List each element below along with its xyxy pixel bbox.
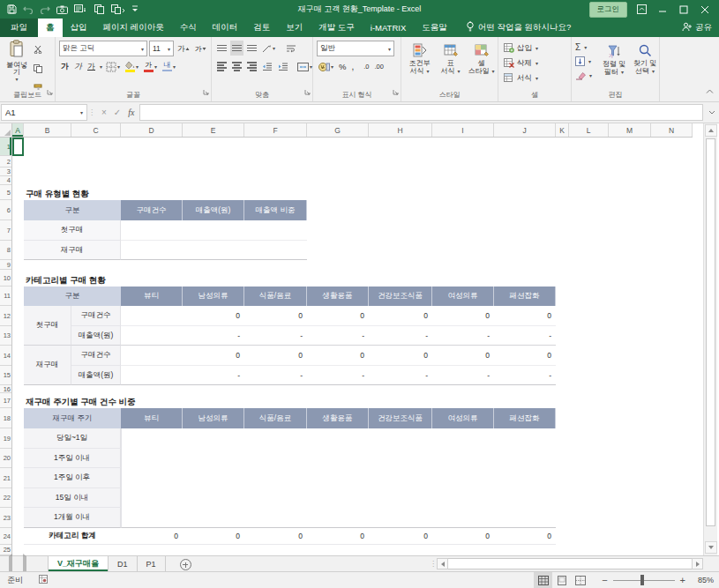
table2-cell[interactable]: 0 xyxy=(244,346,307,366)
table3-data-region[interactable] xyxy=(121,428,556,528)
table3-total-cell[interactable]: 0 xyxy=(369,528,432,545)
row-header-10[interactable]: 10 xyxy=(0,270,11,287)
sort-filter-button[interactable]: 가 정렬 및필터 ▾ xyxy=(598,40,630,91)
table2-header-cell[interactable]: 남성의류 xyxy=(183,287,244,306)
table2-cell[interactable]: 0 xyxy=(432,306,494,326)
cells-area[interactable]: 구매 유형별 현황구분구매건수매출액(원)매출액 비중첫구매재구매카테고리별 구… xyxy=(12,138,693,555)
close-button[interactable] xyxy=(696,2,714,17)
ribbon-tab-6[interactable]: 검토 xyxy=(245,19,278,37)
comma-style-button[interactable]: , xyxy=(349,59,356,74)
row-header-8[interactable]: 8 xyxy=(0,241,11,260)
column-header-B[interactable]: B xyxy=(24,123,71,137)
table2-cell[interactable] xyxy=(121,346,183,366)
zoom-slider-thumb[interactable] xyxy=(640,575,644,585)
table2-cell[interactable]: - xyxy=(307,326,369,346)
table3-row-label[interactable]: 15일 이내 xyxy=(24,488,121,508)
table1-header-cell[interactable]: 구분 xyxy=(24,200,121,220)
table2-header-cell[interactable]: 여성의류 xyxy=(432,287,494,306)
row-header-14[interactable]: 14 xyxy=(0,346,11,366)
table2-cell[interactable]: 0 xyxy=(183,346,244,366)
table3-total-label[interactable]: 카테고리 합계 xyxy=(24,528,121,545)
italic-button[interactable]: 가 xyxy=(72,59,84,74)
ribbon-tab-1[interactable]: 홈 xyxy=(38,19,63,37)
column-header-G[interactable]: G xyxy=(307,123,369,137)
row-header-7[interactable]: 7 xyxy=(0,220,11,241)
table1-cell[interactable] xyxy=(121,220,183,241)
row-header-16[interactable]: 16 xyxy=(0,385,11,393)
namebox-splitter[interactable]: ⋮ xyxy=(87,108,96,116)
column-header-L[interactable]: L xyxy=(569,123,609,137)
cut-icon[interactable] xyxy=(34,41,43,57)
font-name-select[interactable]: 맑은 고딕▾ xyxy=(59,41,147,56)
font-dialog-launcher[interactable] xyxy=(203,83,209,99)
table3-row-label[interactable]: 1주일 이후 xyxy=(24,468,121,488)
ribbon-tab-0[interactable]: 파일 xyxy=(0,19,38,37)
zoom-slider[interactable] xyxy=(613,575,675,585)
row-header-6[interactable]: 6 xyxy=(0,200,11,220)
table2-cell[interactable]: - xyxy=(369,326,432,346)
fill-color-button[interactable]: ▾ xyxy=(124,59,140,74)
table3-header-cell[interactable]: 여성의류 xyxy=(432,408,494,428)
row-header-11[interactable]: 11 xyxy=(0,287,11,306)
row-header-4[interactable]: 4 xyxy=(0,176,11,185)
enter-entry-icon[interactable]: ✓ xyxy=(114,108,121,117)
align-bottom-icon[interactable] xyxy=(245,41,258,56)
name-box[interactable]: A1▾ xyxy=(1,104,87,121)
table2-sub-label[interactable]: 매출액(원) xyxy=(71,326,121,346)
align-middle-icon[interactable] xyxy=(230,41,243,56)
column-header-H[interactable]: H xyxy=(369,123,432,137)
delete-cells-button[interactable]: 삭제▾ xyxy=(504,56,538,70)
table2-cell[interactable] xyxy=(121,326,183,346)
table2-header-cell[interactable]: 식품/음료 xyxy=(244,287,307,306)
row-header-15[interactable]: 15 xyxy=(0,366,11,385)
table2-cell[interactable]: - xyxy=(183,326,244,346)
clipboard-dialog-launcher[interactable] xyxy=(47,83,53,99)
macro-record-icon[interactable] xyxy=(39,575,48,585)
align-right-icon[interactable] xyxy=(245,59,258,74)
column-header-C[interactable]: C xyxy=(71,123,121,137)
table1-header-cell[interactable]: 매출액 비중 xyxy=(244,200,307,220)
ribbon-tab-8[interactable]: 개발 도구 xyxy=(311,19,363,37)
find-select-button[interactable]: 찾기 및선택 ▾ xyxy=(630,40,660,91)
table2-cell[interactable]: - xyxy=(307,366,369,385)
column-header-A[interactable]: A xyxy=(12,123,24,137)
table2-cell[interactable]: - xyxy=(183,366,244,385)
table2-cell[interactable]: 0 xyxy=(432,346,494,366)
table2-cell[interactable] xyxy=(121,366,183,385)
table1-cell[interactable] xyxy=(183,220,244,241)
table1-title[interactable]: 구매 유형별 현황 xyxy=(26,185,89,200)
ribbon-tab-4[interactable]: 수식 xyxy=(172,19,205,37)
table2-cell[interactable]: - xyxy=(244,326,307,346)
table2-cell[interactable]: 0 xyxy=(244,306,307,326)
merge-center-button[interactable]: ▾ xyxy=(296,59,314,74)
table2-sub-label[interactable]: 매출액(원) xyxy=(71,366,121,385)
zoom-in-icon[interactable]: + xyxy=(680,575,685,585)
row-header-1[interactable]: 1 xyxy=(0,138,11,156)
table3-total-cell[interactable]: 0 xyxy=(307,528,369,545)
borders-button[interactable]: ▾ xyxy=(104,59,122,74)
table2-cell[interactable]: - xyxy=(244,366,307,385)
vertical-scroll-thumb[interactable] xyxy=(706,138,715,526)
undo-icon[interactable] xyxy=(23,5,34,14)
cancel-entry-icon[interactable]: × xyxy=(101,108,107,117)
table2-sub-label[interactable]: 구매건수 xyxy=(71,346,121,366)
table3-row-label[interactable]: 1개월 이내 xyxy=(24,508,121,528)
clear-button[interactable]: ▾ xyxy=(575,69,592,82)
ribbon-tab-5[interactable]: 데이터 xyxy=(205,19,246,37)
number-dialog-launcher[interactable] xyxy=(393,83,399,99)
table2-header-cell[interactable]: 뷰티 xyxy=(121,287,183,306)
decrease-indent-icon[interactable] xyxy=(260,59,274,74)
collapse-ribbon-icon[interactable] xyxy=(706,82,714,98)
insert-function-icon[interactable]: fx xyxy=(128,108,134,117)
underline-dropdown[interactable]: ▾ xyxy=(100,63,102,70)
table2-header-cell[interactable]: 건강보조식품 xyxy=(369,287,432,306)
scroll-left-icon[interactable] xyxy=(437,558,448,569)
ribbon-tab-7[interactable]: 보기 xyxy=(278,19,311,37)
vertical-scrollbar[interactable] xyxy=(703,123,717,555)
wrap-text-button[interactable] xyxy=(284,41,298,56)
table3-header-cell[interactable]: 뷰티 xyxy=(121,408,183,428)
table1-cell[interactable] xyxy=(183,241,244,260)
maximize-button[interactable] xyxy=(675,2,693,17)
table3-total-cell[interactable]: 0 xyxy=(121,528,183,545)
ribbon-tab-10[interactable]: 도움말 xyxy=(414,19,455,37)
